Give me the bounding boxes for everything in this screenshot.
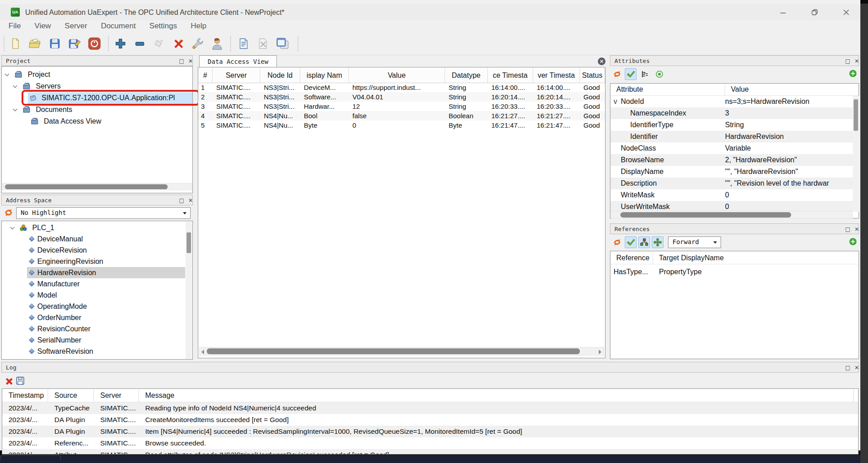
references-header[interactable]: Reference Target DisplayName bbox=[610, 252, 859, 264]
save-project-button[interactable] bbox=[48, 36, 62, 51]
col-attribute[interactable]: Attribute bbox=[610, 84, 725, 95]
close-panel-icon[interactable]: ✕ bbox=[853, 226, 860, 233]
col-value[interactable]: Value bbox=[725, 84, 859, 95]
save-project-as-button[interactable] bbox=[67, 36, 82, 51]
menu-view[interactable]: View bbox=[29, 20, 57, 33]
new-document-button[interactable] bbox=[8, 36, 22, 51]
col-server[interactable]: Server bbox=[213, 68, 260, 83]
highlight-filter-dropdown[interactable]: No Highlight bbox=[16, 207, 191, 219]
float-panel-icon[interactable]: □ bbox=[844, 364, 851, 371]
server-properties-button[interactable] bbox=[191, 36, 205, 51]
restore-button[interactable] bbox=[804, 4, 825, 20]
col-source-timestamp[interactable]: ce Timesta bbox=[488, 68, 533, 83]
connect-server-button[interactable] bbox=[152, 36, 166, 51]
expand-icon[interactable]: v bbox=[614, 96, 621, 107]
tree-item-variable[interactable]: OperatingMode bbox=[27, 301, 185, 312]
references-direction-button[interactable] bbox=[652, 236, 663, 248]
attribute-row[interactable]: vNodeId ns=3;s=HardwareRevision bbox=[610, 96, 853, 107]
float-panel-icon[interactable]: □ bbox=[178, 58, 185, 65]
tree-item-variable[interactable]: DeviceRevision bbox=[27, 245, 185, 256]
float-panel-icon[interactable]: □ bbox=[844, 58, 851, 65]
monitored-item-row[interactable]: 4 SIMATIC.... NS4|Nu... Bool false Boole… bbox=[198, 111, 605, 120]
close-panel-icon[interactable]: ✕ bbox=[853, 58, 860, 65]
attributes-hscrollbar[interactable] bbox=[611, 211, 853, 218]
attribute-row[interactable]: IdentifierType String bbox=[610, 119, 853, 131]
da-table-header[interactable]: # Server Node Id isplay Nam Value Dataty… bbox=[198, 68, 605, 83]
log-row[interactable]: 2023/4/... Referenc... SIMATIC.... Brows… bbox=[2, 437, 858, 449]
attribute-row[interactable]: DisplayName "", "HardwareRevision" bbox=[610, 166, 853, 178]
menu-file[interactable]: File bbox=[3, 20, 27, 33]
close-button[interactable] bbox=[836, 4, 856, 20]
references-refresh-button[interactable] bbox=[611, 236, 623, 248]
attribute-row[interactable]: Identifier HardwareRevision bbox=[610, 131, 853, 142]
new-window-button[interactable] bbox=[276, 36, 290, 51]
monitored-item-row[interactable]: 1 SIMATIC.... NS3|Stri... DeviceM... htt… bbox=[198, 83, 605, 92]
da-hscroll-handle[interactable] bbox=[207, 348, 580, 354]
add-document-button[interactable] bbox=[236, 36, 251, 51]
col-index[interactable]: # bbox=[198, 68, 213, 83]
tree-item-variable[interactable]: SerialNumber bbox=[27, 334, 185, 346]
menu-document[interactable]: Document bbox=[95, 20, 141, 33]
manage-certificates-button[interactable] bbox=[210, 36, 224, 51]
col-server[interactable]: Server bbox=[94, 389, 139, 402]
close-panel-icon[interactable]: ✕ bbox=[187, 58, 194, 65]
project-hscrollbar[interactable] bbox=[2, 183, 192, 190]
col-message[interactable]: Message bbox=[139, 389, 854, 402]
tree-item-variable[interactable]: RevisionCounter bbox=[27, 323, 185, 334]
tab-data-access-view[interactable]: Data Access View bbox=[199, 55, 277, 67]
references-hierarchy-button[interactable] bbox=[638, 236, 650, 248]
monitored-item-row[interactable]: 2 SIMATIC.... NS3|Stri... Software... V0… bbox=[198, 92, 605, 102]
tree-item-plc1[interactable]: PLC_1 bbox=[11, 222, 54, 233]
address-space-vscrollbar[interactable] bbox=[186, 222, 192, 359]
attribute-row[interactable]: NamespaceIndex 3 bbox=[610, 107, 853, 119]
disconnect-server-button[interactable] bbox=[171, 36, 186, 51]
tree-item-variable[interactable]: Manufacturer bbox=[27, 278, 185, 289]
save-log-button[interactable] bbox=[14, 375, 26, 387]
scroll-right-icon[interactable] bbox=[599, 350, 601, 354]
attributes-header[interactable]: Attribute Value bbox=[610, 84, 859, 96]
scroll-left-icon[interactable] bbox=[201, 350, 204, 354]
add-server-button[interactable] bbox=[113, 36, 128, 51]
tree-item-data-access-view[interactable]: Data Access View bbox=[31, 116, 101, 127]
tree-item-variable[interactable]: Model bbox=[27, 289, 185, 301]
col-server-timestamp[interactable]: ver Timesta bbox=[533, 68, 580, 83]
expand-icon[interactable] bbox=[13, 84, 18, 88]
float-panel-icon[interactable]: □ bbox=[178, 197, 185, 204]
tree-item-variable[interactable]: HardwareRevision bbox=[27, 267, 185, 278]
references-auto-update-button[interactable] bbox=[625, 236, 637, 248]
col-value[interactable]: Value bbox=[349, 68, 445, 83]
attribute-row[interactable]: BrowseName 2, "HardwareRevision" bbox=[610, 154, 853, 166]
col-target-display-name[interactable]: Target DisplayName bbox=[653, 252, 859, 264]
remove-document-button[interactable] bbox=[256, 36, 270, 51]
address-space-refresh-button[interactable] bbox=[4, 208, 13, 219]
attributes-auto-update-button[interactable] bbox=[625, 68, 637, 80]
col-status[interactable]: Status bbox=[580, 68, 605, 83]
close-panel-icon[interactable]: ✕ bbox=[187, 197, 194, 204]
col-source[interactable]: Source bbox=[48, 389, 94, 402]
tree-item-variable[interactable]: EngineeringRevision bbox=[27, 256, 185, 267]
close-panel-icon[interactable]: ✕ bbox=[853, 364, 860, 371]
col-timestamp[interactable]: Timestamp bbox=[2, 389, 48, 402]
menu-settings[interactable]: Settings bbox=[143, 20, 183, 33]
quit-button[interactable] bbox=[87, 36, 102, 51]
attribute-row[interactable]: WriteMask 0 bbox=[610, 189, 853, 201]
float-panel-icon[interactable]: □ bbox=[844, 226, 851, 233]
attributes-collapse-button[interactable] bbox=[639, 68, 651, 80]
expand-icon[interactable] bbox=[10, 225, 15, 230]
reference-direction-dropdown[interactable]: Forward bbox=[668, 236, 721, 248]
attributes-target-button[interactable] bbox=[654, 68, 665, 80]
col-node-id[interactable]: Node Id bbox=[260, 68, 300, 83]
col-display-name[interactable]: isplay Nam bbox=[300, 68, 349, 83]
attributes-expand-panel-button[interactable] bbox=[847, 67, 859, 79]
monitored-item-row[interactable]: 3 SIMATIC.... NS3|Stri... Hardwar... 12 … bbox=[198, 102, 605, 111]
references-expand-panel-button[interactable] bbox=[847, 236, 859, 247]
col-reference[interactable]: Reference bbox=[610, 252, 653, 264]
log-row[interactable]: 2023/4/... DA Plugin SIMATIC.... Item [N… bbox=[2, 426, 858, 437]
attribute-row[interactable]: UserWriteMask 0 bbox=[610, 201, 853, 212]
menu-help[interactable]: Help bbox=[185, 20, 212, 33]
remove-server-button[interactable] bbox=[133, 36, 147, 51]
log-row[interactable]: 2023/4/... TypeCache SIMATIC.... Reading… bbox=[2, 402, 858, 414]
log-row[interactable]: 2023/4/... DA Plugin SIMATIC.... CreateM… bbox=[2, 414, 858, 426]
tree-item-variable[interactable]: SoftwareRevision bbox=[27, 346, 185, 357]
monitored-item-row[interactable]: 5 SIMATIC.... NS4|Nu... Byte 0 Byte 16:2… bbox=[198, 120, 605, 130]
